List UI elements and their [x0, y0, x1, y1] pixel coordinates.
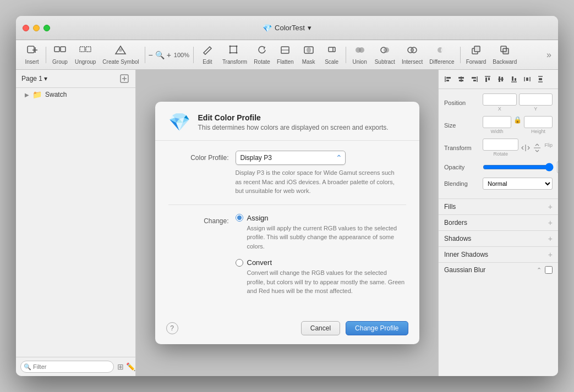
rotate-input[interactable] [483, 139, 518, 151]
page-selector[interactable]: Page 1 ▾ [21, 75, 47, 82]
opacity-slider[interactable] [483, 163, 554, 172]
svg-point-7 [119, 48, 122, 52]
difference-button[interactable]: Difference [426, 43, 457, 67]
shadows-label: Shadows [444, 235, 471, 242]
transform-button[interactable]: Transform [219, 43, 250, 67]
convert-radio[interactable] [236, 259, 243, 267]
backward-label: Backward [493, 59, 517, 65]
gaussian-stepper[interactable]: ⌃ [537, 267, 542, 274]
filter-input[interactable] [20, 361, 114, 373]
minimize-button[interactable] [33, 25, 40, 31]
sidebar-footer: 🔍 ⊞ ✏️ 0 [16, 357, 135, 376]
union-button[interactable]: Union [348, 43, 371, 67]
cancel-button[interactable]: Cancel [301, 321, 340, 335]
inner-shadows-section[interactable]: Inner Shadows + [439, 246, 558, 262]
profile-select[interactable]: Display P3 [236, 151, 346, 165]
title-dropdown-icon[interactable]: ▾ [308, 24, 311, 32]
maximize-button[interactable] [43, 25, 50, 31]
add-page-button[interactable] [119, 73, 130, 84]
more-button[interactable]: » [544, 48, 554, 62]
gaussian-blur-checkbox[interactable] [545, 266, 553, 274]
divider5 [460, 47, 461, 63]
size-inputs: Width 🔒 Height [483, 116, 553, 134]
subtract-button[interactable]: Subtract [371, 43, 398, 67]
distribute-v-button[interactable] [534, 73, 546, 85]
rotate-icon [256, 45, 267, 58]
svg-rect-50 [501, 77, 503, 81]
svg-rect-5 [80, 47, 85, 52]
create-symbol-icon [114, 45, 127, 58]
zoom-out-button[interactable]: − [147, 49, 154, 60]
gaussian-blur-label: Gaussian Blur [444, 266, 533, 274]
flip-buttons [521, 139, 542, 157]
group-icon [54, 45, 66, 58]
modal-header: 💎 Edit Color Profile This determines how… [155, 102, 419, 141]
scale-button[interactable]: Scale [320, 43, 343, 67]
mask-icon [303, 45, 314, 58]
inner-shadows-add-icon[interactable]: + [548, 250, 553, 259]
assign-radio[interactable] [236, 214, 243, 222]
svg-rect-49 [499, 76, 500, 82]
app-icon: 💎 [263, 24, 272, 32]
ungroup-button[interactable]: Ungroup [72, 43, 99, 67]
align-bottom-button[interactable] [508, 73, 520, 85]
shadows-section[interactable]: Shadows + [439, 230, 558, 246]
group-button[interactable]: Group [48, 43, 72, 67]
align-left-button[interactable] [442, 73, 454, 85]
size-row: Size Width 🔒 Height [444, 116, 553, 134]
backward-button[interactable]: Backward [489, 43, 520, 67]
forward-button[interactable]: Forward [463, 43, 490, 67]
rotate-button[interactable]: Rotate [250, 43, 274, 67]
convert-label-row: Convert [236, 258, 407, 267]
create-symbol-button[interactable]: Create Symbol [99, 43, 142, 67]
svg-rect-3 [54, 47, 59, 52]
help-button[interactable]: ? [166, 322, 178, 334]
svg-rect-56 [526, 78, 528, 81]
blending-select[interactable]: Normal [483, 178, 553, 190]
fills-section[interactable]: Fills + [439, 198, 558, 214]
opacity-input[interactable] [557, 161, 558, 173]
borders-add-icon[interactable]: + [548, 218, 553, 227]
flip-v-button[interactable] [532, 143, 542, 153]
x-input[interactable] [483, 93, 517, 106]
shadows-add-icon[interactable]: + [548, 234, 553, 243]
height-input[interactable] [524, 116, 553, 128]
titlebar-title: 💎 ColorTest ▾ [263, 24, 311, 32]
insert-button[interactable]: Insert [20, 43, 43, 67]
lock-icon[interactable]: 🔒 [513, 116, 522, 134]
intersect-button[interactable]: Intersect [398, 43, 426, 67]
flip-h-button[interactable] [521, 143, 531, 153]
edit-icon-button[interactable]: ✏️ [126, 362, 135, 371]
divider4 [346, 47, 346, 63]
zoom-in-button[interactable]: + [166, 49, 172, 60]
align-top-button[interactable] [482, 73, 494, 85]
width-input[interactable] [483, 116, 511, 128]
layer-swatch[interactable]: ▶ 📁 Swatch [16, 88, 135, 101]
svg-rect-59 [539, 78, 542, 80]
borders-section[interactable]: Borders + [439, 214, 558, 230]
edit-button[interactable]: Edit [196, 43, 219, 67]
modal-title: Edit Color Profile [198, 113, 389, 122]
insert-icon [26, 45, 37, 58]
modal-header-text: Edit Color Profile This determines how c… [198, 113, 389, 131]
align-center-h-button[interactable] [455, 73, 467, 85]
flatten-button[interactable]: Flatten [274, 43, 297, 67]
zoom-level[interactable]: 100% [172, 52, 191, 58]
rotate-input-wrap: Rotate [483, 139, 518, 157]
close-button[interactable] [23, 25, 29, 31]
align-toolbar [439, 70, 558, 89]
distribute-h-button[interactable] [521, 73, 533, 85]
align-right-button[interactable] [468, 73, 480, 85]
canvas-area[interactable]: 💎 Edit Color Profile This determines how… [136, 70, 438, 376]
modal-overlay: 💎 Edit Color Profile This determines how… [136, 70, 438, 376]
layer-name: Swatch [45, 91, 67, 98]
app-title: ColorTest [275, 24, 305, 32]
grid-view-button[interactable]: ⊞ [117, 362, 124, 371]
align-middle-v-button[interactable] [495, 73, 507, 85]
y-input[interactable] [519, 93, 553, 106]
change-profile-button[interactable]: Change Profile [346, 321, 408, 335]
form-content: Display P3 ⌃ Display P3 is the color spa… [236, 151, 406, 196]
color-profile-icon: 💎 [168, 112, 190, 132]
fills-add-icon[interactable]: + [548, 202, 553, 211]
mask-button[interactable]: Mask [297, 43, 320, 67]
